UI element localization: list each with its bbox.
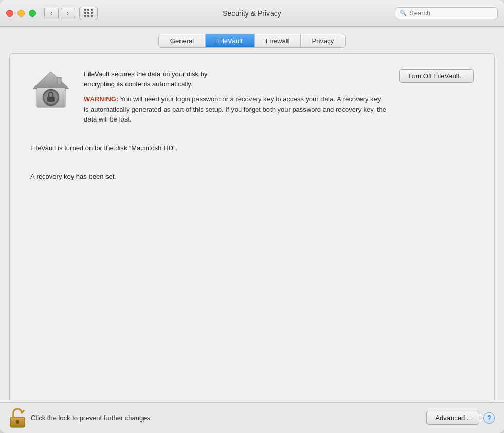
main-window: ‹ › Security & Privacy 🔍 General FileVau… xyxy=(0,0,504,433)
status-text: FileVault is turned on for the disk “Mac… xyxy=(30,144,474,152)
description-area: FileVault secures the data on your disk … xyxy=(84,69,387,125)
nav-buttons: ‹ › xyxy=(44,8,75,19)
close-button[interactable] xyxy=(6,10,13,17)
content-inner: FileVault secures the data on your disk … xyxy=(10,54,494,402)
titlebar: ‹ › Security & Privacy 🔍 xyxy=(0,0,504,27)
lock-label: Click the lock to prevent further change… xyxy=(31,414,152,422)
minimize-button[interactable] xyxy=(17,10,25,17)
tab-general[interactable]: General xyxy=(159,34,206,47)
warning-label: WARNING: xyxy=(84,95,118,103)
forward-button[interactable]: › xyxy=(61,8,75,19)
tab-filevault[interactable]: FileVault xyxy=(206,34,255,47)
traffic-lights xyxy=(6,10,36,17)
lock-icon xyxy=(9,408,26,428)
top-section: FileVault secures the data on your disk … xyxy=(30,69,474,125)
turn-off-button[interactable]: Turn Off FileVault... xyxy=(399,69,474,83)
search-icon: 🔍 xyxy=(400,10,407,16)
window-title: Security & Privacy xyxy=(223,9,281,18)
help-button[interactable]: ? xyxy=(483,412,495,424)
tabs-container: General FileVault Firewall Privacy xyxy=(158,34,346,48)
tabs-bar: General FileVault Firewall Privacy xyxy=(0,27,504,48)
recovery-text: A recovery key has been set. xyxy=(30,172,474,180)
lock-icon-area[interactable]: Click the lock to prevent further change… xyxy=(9,408,152,428)
grid-icon xyxy=(84,9,93,18)
warning-text: WARNING: You will need your login passwo… xyxy=(84,94,387,125)
bottom-bar: Click the lock to prevent further change… xyxy=(0,402,504,433)
svg-marker-0 xyxy=(33,72,69,89)
svg-rect-8 xyxy=(17,422,19,424)
back-button[interactable]: ‹ xyxy=(44,8,59,19)
svg-rect-5 xyxy=(57,77,61,84)
tab-privacy[interactable]: Privacy xyxy=(301,34,346,47)
content-area: FileVault secures the data on your disk … xyxy=(9,53,495,402)
tab-firewall[interactable]: Firewall xyxy=(255,34,301,47)
maximize-button[interactable] xyxy=(29,10,36,17)
filevault-icon xyxy=(30,69,71,110)
bottom-right: Advanced... ? xyxy=(426,411,495,425)
advanced-button[interactable]: Advanced... xyxy=(426,411,479,425)
search-input[interactable] xyxy=(409,9,493,17)
grid-button[interactable] xyxy=(79,7,98,20)
svg-rect-4 xyxy=(47,97,55,102)
main-description: FileVault secures the data on your disk … xyxy=(84,69,387,89)
search-box[interactable]: 🔍 xyxy=(395,7,498,19)
